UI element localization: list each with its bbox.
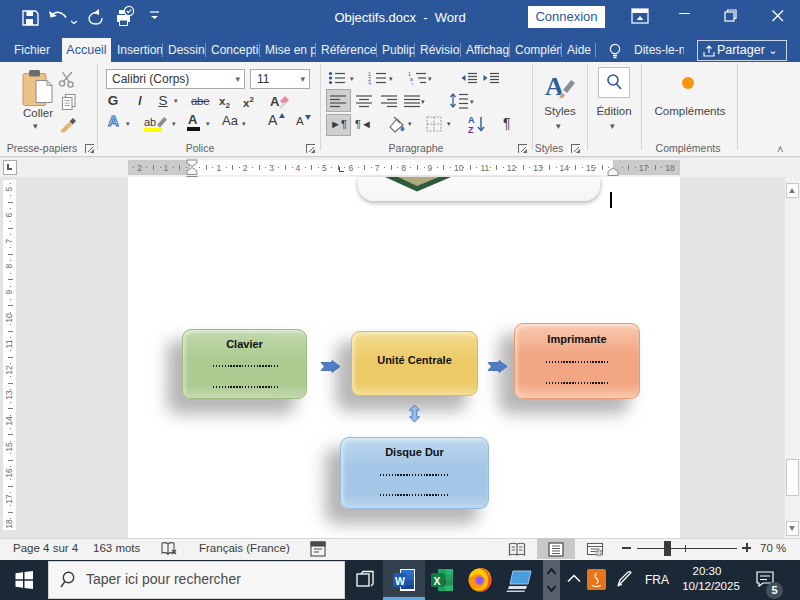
svg-text:W: W [395, 575, 405, 587]
svg-text:3: 3 [368, 81, 371, 86]
svg-text:A: A [270, 94, 280, 109]
svg-text:A: A [468, 115, 475, 125]
svg-text:Z: Z [468, 125, 474, 134]
svg-text:ab: ab [144, 116, 156, 128]
svg-text:X: X [434, 575, 441, 587]
svg-text:i: i [412, 81, 413, 86]
